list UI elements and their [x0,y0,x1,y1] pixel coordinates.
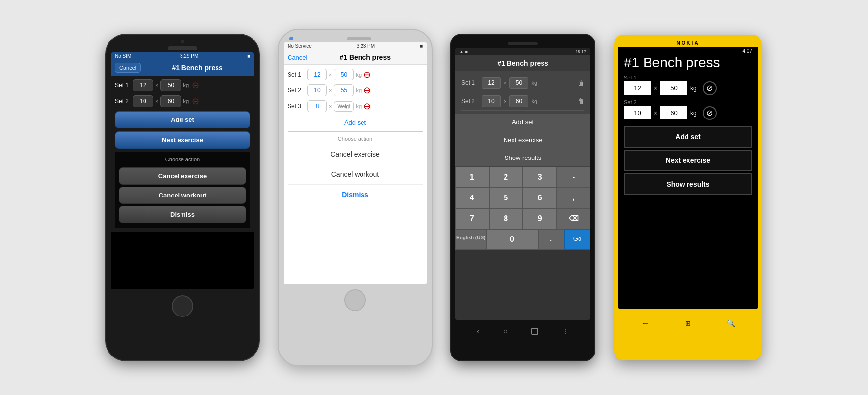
front-camera [289,37,293,40]
home-button[interactable] [344,289,366,311]
status-icons: ▲ ■ [459,49,468,54]
set1-weight-input[interactable] [334,69,354,80]
next-exercise-button[interactable]: Next exercise [624,150,752,171]
set1-reps-input[interactable] [624,81,651,95]
iphone-black-screen: No SIM 3:29 PM ■ Cancel #1 Bench press S… [111,52,254,289]
key-5[interactable]: 5 [489,188,523,208]
nav-bar: Cancel #1 Bench press [111,60,254,76]
remove-set3-button[interactable]: ⊖ [363,101,371,112]
key-2[interactable]: 2 [489,167,523,188]
cancel-exercise-button[interactable]: Cancel exercise [288,144,423,164]
set1-reps-input[interactable] [307,69,327,80]
remove-set1-button[interactable]: ⊖ [363,69,371,80]
add-set-link[interactable]: Add set [288,116,423,129]
set2-label: Set 2 [115,98,131,105]
go-button[interactable]: Go [564,229,590,250]
keyboard: 1 2 3 - 4 5 6 , 7 8 9 ⌫ English (US) 0 . [455,167,590,250]
remove-set1-button[interactable]: ⊖ [192,80,199,91]
set1-unit: kg [183,82,189,88]
key-6[interactable]: 6 [523,188,557,208]
top-bar [455,39,590,48]
set3-label: Set 3 [288,103,305,110]
status-bar: ▲ ■ 15:17 [455,48,590,55]
dismiss-button[interactable]: Dismiss [119,206,246,223]
set2-reps-input[interactable] [482,95,501,107]
key-8[interactable]: 8 [489,208,523,229]
set2-weight-input[interactable] [160,95,181,107]
set1-section-label: Set 1 [618,75,758,81]
menu-button[interactable]: ⋮ [562,327,569,335]
set1-reps-input[interactable] [133,79,153,91]
content-area: Set 1 × kg ⊖ Set 2 × kg ⊖ Set 3 × kg [284,65,427,208]
cancel-exercise-button[interactable]: Cancel exercise [119,167,246,185]
key-7[interactable]: 7 [455,208,489,229]
add-set-button[interactable]: Add set [624,126,752,148]
cancel-workout-button[interactable]: Cancel workout [288,164,423,185]
remove-set2-button[interactable]: ⊖ [363,85,371,96]
back-button[interactable]: ‹ [477,327,479,336]
set3-weight-input[interactable] [334,101,354,112]
next-exercise-button[interactable]: Next exercise [455,131,590,149]
iphone-white-screen: No Service 3:23 PM ■ Cancel #1 Bench pre… [284,42,427,284]
status-bar: No SIM 3:29 PM ■ [111,52,254,60]
add-set-button[interactable]: Add set [455,114,590,131]
set2-label: Set 2 [461,98,479,105]
show-results-button[interactable]: Show results [455,149,590,167]
delete-set2-button[interactable]: 🗑 [578,97,584,105]
earpiece-speaker [347,37,371,40]
multiply-symbol-2: × [155,98,158,104]
set2-weight-input[interactable] [509,95,528,107]
dismiss-button[interactable]: Dismiss [288,185,423,204]
key-lang[interactable]: English (US) [455,229,486,250]
next-exercise-button[interactable]: Next exercise [115,131,250,149]
set1-weight-input[interactable] [160,79,181,91]
home-button[interactable]: ⊞ [685,319,691,327]
iphone-white-phone: No Service 3:23 PM ■ Cancel #1 Bench pre… [279,30,432,365]
multiply-symbol: × [155,82,158,88]
set-row-1: Set 1 × kg 🗑 [461,74,584,92]
set2-weight-input[interactable] [334,84,354,96]
show-results-button[interactable]: Show results [624,173,752,195]
backspace-key[interactable]: ⌫ [557,208,591,229]
cancel-workout-button[interactable]: Cancel workout [119,187,246,204]
remove-set2-button[interactable]: ⊖ [192,96,199,107]
keyboard-row-4: English (US) 0 . Go [455,229,590,250]
iphone-black-phone: No SIM 3:29 PM ■ Cancel #1 Bench press S… [106,35,259,360]
set2-weight-input[interactable] [660,106,687,119]
cancel-button[interactable]: Cancel [288,54,307,61]
set-row-2: × kg ⊘ [618,106,758,124]
set1-weight-input[interactable] [660,81,687,95]
time-label: 3:23 PM [357,43,375,49]
key-comma[interactable]: , [557,188,591,208]
delete-set1-button[interactable]: ⊘ [703,81,717,95]
set3-reps-input[interactable] [307,100,327,112]
key-0[interactable]: 0 [486,229,538,250]
key-9[interactable]: 9 [523,208,557,229]
time-label: 4:07 [743,48,752,54]
carrier-label: No Service [288,43,312,49]
key-period[interactable]: . [538,229,564,250]
set-row-2: Set 2 × kg 🗑 [461,92,584,111]
key-1[interactable]: 1 [455,167,489,188]
add-set-button[interactable]: Add set [115,111,250,128]
search-button[interactable]: 🔍 [727,319,735,327]
back-button[interactable]: ← [641,318,650,329]
cancel-button[interactable]: Cancel [115,63,141,73]
action-sheet: Choose action Cancel exercise Cancel wor… [288,131,423,204]
home-button[interactable]: ○ [503,327,508,336]
set1-weight-input[interactable] [509,77,528,89]
delete-set1-button[interactable]: 🗑 [578,79,584,87]
set1-reps-input[interactable] [482,77,501,89]
key-dash[interactable]: - [557,167,591,188]
set2-reps-input[interactable] [624,106,651,119]
set2-reps-input[interactable] [307,84,327,96]
status-bar: No Service 3:23 PM ■ [284,42,427,50]
home-button[interactable] [172,295,193,317]
set2-reps-input[interactable] [133,95,153,107]
set1-label: Set 1 [115,82,131,89]
key-4[interactable]: 4 [455,188,489,208]
delete-set2-button[interactable]: ⊘ [703,106,717,120]
recents-button[interactable] [531,328,538,335]
key-3[interactable]: 3 [523,167,557,188]
time-label: 15:17 [575,49,586,54]
